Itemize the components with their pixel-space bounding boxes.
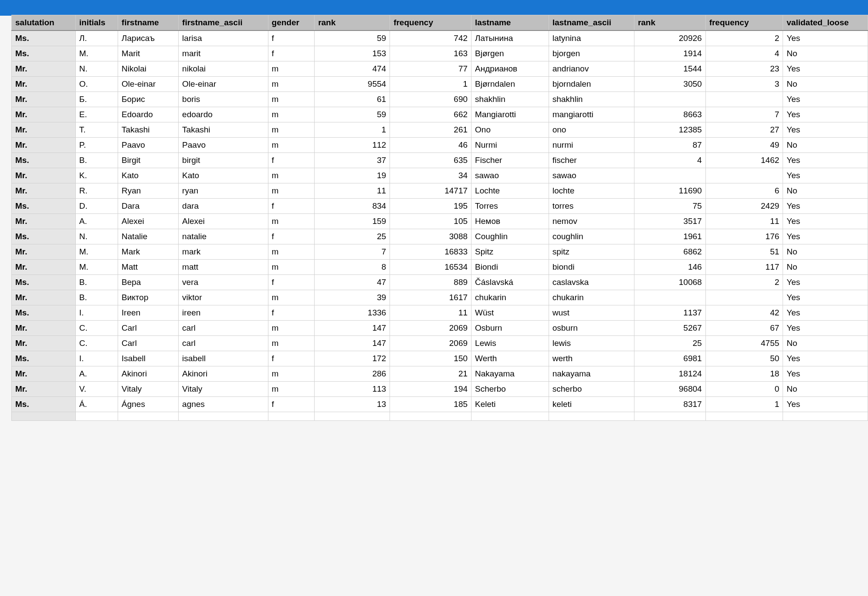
cell-validated_loose[interactable]: Yes (783, 321, 868, 336)
cell-lastname[interactable]: chukarin (471, 290, 549, 305)
table-row[interactable]: Ms.I.Isabellisabellf172150Werthwerth6981… (12, 351, 868, 366)
cell-firstname[interactable]: Вера (118, 275, 179, 290)
cell-firstname[interactable]: Ларисаъ (118, 30, 179, 46)
cell-gender[interactable]: m (268, 61, 315, 77)
cell-validated_loose[interactable]: Yes (783, 351, 868, 366)
cell-salutation[interactable]: Ms. (12, 199, 76, 214)
cell-rank2[interactable] (634, 412, 705, 421)
cell-lastname[interactable]: Bjørndalen (471, 77, 549, 92)
cell-salutation[interactable]: Mr. (12, 214, 76, 229)
cell-frequency1[interactable]: 77 (390, 61, 471, 77)
cell-salutation[interactable]: Ms. (12, 229, 76, 244)
cell-frequency1[interactable] (390, 412, 471, 421)
cell-gender[interactable]: m (268, 122, 315, 138)
cell-lastname[interactable]: Osburn (471, 321, 549, 336)
cell-rank2[interactable]: 11690 (634, 183, 705, 199)
cell-frequency1[interactable]: 150 (390, 351, 471, 366)
cell-frequency1[interactable]: 662 (390, 107, 471, 122)
cell-initials[interactable]: B. (75, 153, 118, 168)
cell-firstname[interactable]: Виктор (118, 290, 179, 305)
cell-frequency1[interactable]: 185 (390, 397, 471, 412)
cell-frequency2[interactable]: 2429 (705, 199, 783, 214)
cell-rank1[interactable]: 7 (315, 244, 390, 260)
cell-salutation[interactable]: Ms. (12, 153, 76, 168)
table-row[interactable]: Ms.В.Вераveraf47889Čáslavskácaslavska100… (12, 275, 868, 290)
cell-frequency1[interactable]: 163 (390, 46, 471, 61)
cell-lastname[interactable]: Андрианов (471, 61, 549, 77)
cell-lastname[interactable]: Čáslavská (471, 275, 549, 290)
cell-firstname_ascii[interactable]: carl (179, 336, 268, 351)
cell-lastname_ascii[interactable]: shakhlin (549, 92, 634, 107)
cell-firstname_ascii[interactable]: Akinori (179, 366, 268, 382)
cell-frequency1[interactable]: 690 (390, 92, 471, 107)
cell-initials[interactable]: A. (75, 214, 118, 229)
cell-lastname[interactable]: Spitz (471, 244, 549, 260)
cell-validated_loose[interactable]: No (783, 138, 868, 153)
cell-rank1[interactable]: 59 (315, 30, 390, 46)
cell-frequency2[interactable]: 1 (705, 397, 783, 412)
cell-initials[interactable]: I. (75, 351, 118, 366)
cell-gender[interactable]: m (268, 138, 315, 153)
cell-gender[interactable]: f (268, 229, 315, 244)
cell-gender[interactable]: f (268, 153, 315, 168)
cell-gender[interactable]: f (268, 351, 315, 366)
cell-frequency2[interactable]: 6 (705, 183, 783, 199)
cell-lastname[interactable]: Nakayama (471, 366, 549, 382)
column-header-lastname_ascii[interactable]: lastname_ascii (549, 15, 634, 31)
column-header-lastname[interactable]: lastname (471, 15, 549, 31)
cell-firstname[interactable]: Ole-einar (118, 77, 179, 92)
cell-salutation[interactable]: Ms. (12, 275, 76, 290)
cell-firstname_ascii[interactable]: agnes (179, 397, 268, 412)
cell-rank2[interactable]: 87 (634, 138, 705, 153)
cell-gender[interactable]: f (268, 30, 315, 46)
cell-validated_loose[interactable]: No (783, 77, 868, 92)
cell-frequency2[interactable]: 176 (705, 229, 783, 244)
cell-frequency2[interactable]: 49 (705, 138, 783, 153)
cell-validated_loose[interactable]: Yes (783, 153, 868, 168)
cell-rank1[interactable]: 113 (315, 382, 390, 397)
cell-frequency1[interactable]: 46 (390, 138, 471, 153)
column-header-rank2[interactable]: rank (634, 15, 705, 31)
cell-salutation[interactable] (12, 412, 76, 421)
cell-firstname[interactable]: Akinori (118, 366, 179, 382)
cell-salutation[interactable]: Mr. (12, 107, 76, 122)
cell-firstname[interactable]: Birgit (118, 153, 179, 168)
cell-frequency1[interactable]: 1 (390, 77, 471, 92)
cell-initials[interactable]: O. (75, 77, 118, 92)
cell-gender[interactable]: f (268, 46, 315, 61)
cell-rank1[interactable]: 286 (315, 366, 390, 382)
cell-rank2[interactable]: 6862 (634, 244, 705, 260)
cell-initials[interactable]: A. (75, 366, 118, 382)
cell-firstname_ascii[interactable]: vera (179, 275, 268, 290)
cell-lastname[interactable]: Wüst (471, 305, 549, 321)
table-row[interactable]: Mr.E.Edoardoedoardom59662Mangiarottimang… (12, 107, 868, 122)
cell-rank2[interactable] (634, 290, 705, 305)
cell-rank2[interactable]: 1137 (634, 305, 705, 321)
cell-validated_loose[interactable]: No (783, 244, 868, 260)
cell-lastname_ascii[interactable]: mangiarotti (549, 107, 634, 122)
cell-firstname_ascii[interactable]: birgit (179, 153, 268, 168)
column-header-gender[interactable]: gender (268, 15, 315, 31)
cell-firstname_ascii[interactable]: edoardo (179, 107, 268, 122)
cell-lastname_ascii[interactable]: nurmi (549, 138, 634, 153)
cell-frequency2[interactable]: 4 (705, 46, 783, 61)
column-header-initials[interactable]: initials (75, 15, 118, 31)
cell-validated_loose[interactable]: Yes (783, 61, 868, 77)
cell-salutation[interactable]: Mr. (12, 77, 76, 92)
column-header-rank1[interactable]: rank (315, 15, 390, 31)
cell-lastname_ascii[interactable] (549, 412, 634, 421)
cell-lastname[interactable] (471, 412, 549, 421)
cell-firstname[interactable]: Kato (118, 168, 179, 183)
table-row[interactable]: Mr.В.Викторviktorm391617chukarinchukarin… (12, 290, 868, 305)
cell-firstname_ascii[interactable]: Takashi (179, 122, 268, 138)
cell-frequency1[interactable]: 1617 (390, 290, 471, 305)
table-row[interactable]: Ms.D.Daradaraf834195Torrestorres752429Ye… (12, 199, 868, 214)
cell-lastname_ascii[interactable]: torres (549, 199, 634, 214)
cell-frequency1[interactable]: 742 (390, 30, 471, 46)
cell-firstname_ascii[interactable]: mark (179, 244, 268, 260)
cell-frequency2[interactable]: 42 (705, 305, 783, 321)
cell-frequency2[interactable]: 1462 (705, 153, 783, 168)
cell-salutation[interactable]: Ms. (12, 46, 76, 61)
cell-salutation[interactable]: Mr. (12, 183, 76, 199)
cell-rank1[interactable]: 147 (315, 321, 390, 336)
